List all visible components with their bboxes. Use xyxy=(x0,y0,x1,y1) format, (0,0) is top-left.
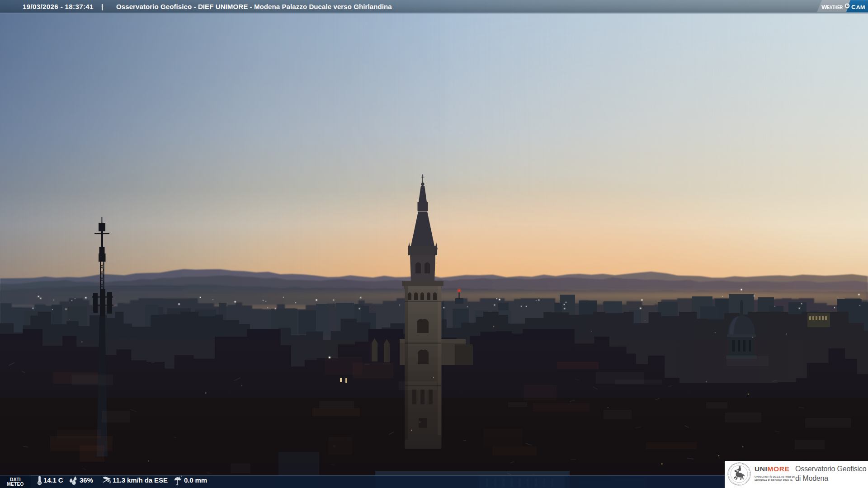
svg-text:C: C xyxy=(851,4,856,10)
svg-text:EATHER: EATHER xyxy=(827,5,843,10)
svg-text:1175: 1175 xyxy=(737,484,741,486)
svg-text:AM: AM xyxy=(856,5,865,10)
